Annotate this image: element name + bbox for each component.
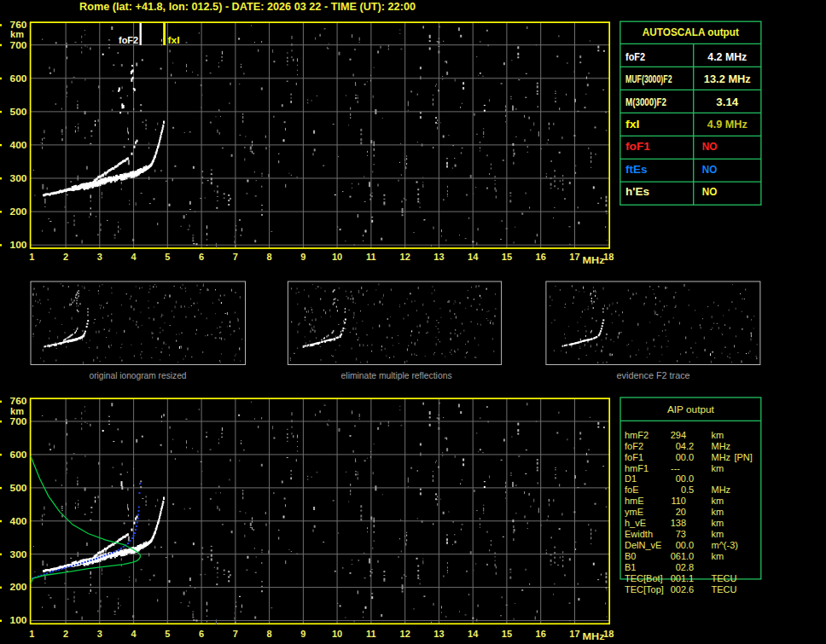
svg-text:300: 300 xyxy=(10,549,27,560)
svg-text:h_vE: h_vE xyxy=(625,518,646,528)
svg-text:17: 17 xyxy=(569,252,579,262)
svg-text:500: 500 xyxy=(10,483,27,493)
svg-text:13: 13 xyxy=(433,629,444,639)
svg-text:11: 11 xyxy=(366,252,376,262)
svg-text:4: 4 xyxy=(131,252,137,262)
svg-text:4.9 MHz: 4.9 MHz xyxy=(707,119,747,131)
svg-text:04: 04 xyxy=(676,441,686,451)
svg-text:14: 14 xyxy=(468,629,479,639)
svg-text:001: 001 xyxy=(671,573,686,583)
svg-text:3: 3 xyxy=(97,252,102,262)
svg-text:hmF2: hmF2 xyxy=(625,430,649,440)
svg-text:TECU: TECU xyxy=(712,584,737,595)
svg-text:ymE: ymE xyxy=(625,507,643,517)
svg-text:2: 2 xyxy=(63,252,68,262)
svg-text:5: 5 xyxy=(165,252,170,262)
svg-text:7: 7 xyxy=(233,629,238,639)
svg-text:7: 7 xyxy=(233,252,238,262)
svg-text:14: 14 xyxy=(468,252,479,262)
svg-text:15: 15 xyxy=(502,629,512,639)
svg-text:9: 9 xyxy=(300,629,305,639)
svg-text:400: 400 xyxy=(10,516,27,526)
svg-text:100: 100 xyxy=(10,240,27,250)
svg-text:km: km xyxy=(712,529,724,539)
svg-text:1: 1 xyxy=(29,629,34,639)
svg-text:.1: .1 xyxy=(686,573,694,583)
svg-text:13: 13 xyxy=(433,252,444,262)
svg-text:foE: foE xyxy=(625,484,639,495)
svg-text:.0: .0 xyxy=(686,473,694,484)
svg-text:16: 16 xyxy=(536,252,546,262)
svg-text:foF2: foF2 xyxy=(119,35,138,45)
svg-text:DelN_vE: DelN_vE xyxy=(625,540,661,550)
svg-text:13.2 MHz: 13.2 MHz xyxy=(704,73,751,85)
svg-text:km: km xyxy=(712,430,724,440)
svg-text:NO: NO xyxy=(702,141,718,153)
svg-text:MHz: MHz xyxy=(583,631,606,641)
svg-text:760: 760 xyxy=(10,396,27,406)
svg-text:2: 2 xyxy=(63,629,68,639)
svg-text:.2: .2 xyxy=(686,441,694,451)
svg-text:3: 3 xyxy=(97,629,102,639)
svg-text:original ionogram resized: original ionogram resized xyxy=(90,371,187,380)
svg-text:MHz: MHz xyxy=(712,441,731,451)
svg-text:.5: .5 xyxy=(686,484,694,495)
svg-text:B0: B0 xyxy=(625,551,636,561)
svg-text:600: 600 xyxy=(10,73,27,84)
svg-text:evidence F2 trace: evidence F2 trace xyxy=(617,371,690,380)
svg-text:TECU: TECU xyxy=(712,573,737,583)
svg-text:700: 700 xyxy=(10,416,27,426)
svg-text:6: 6 xyxy=(199,252,204,262)
svg-text:MUF(3000)F2: MUF(3000)F2 xyxy=(625,73,672,85)
svg-text:hmF1: hmF1 xyxy=(625,463,649,473)
svg-text:ftEs: ftEs xyxy=(625,164,648,176)
svg-text:100: 100 xyxy=(10,615,27,625)
svg-text:D1: D1 xyxy=(625,473,637,484)
svg-text:NO: NO xyxy=(702,164,718,176)
svg-text:02: 02 xyxy=(676,562,686,572)
svg-text:9: 9 xyxy=(300,252,305,262)
svg-text:5: 5 xyxy=(165,629,170,639)
svg-text:.0: .0 xyxy=(686,551,694,561)
svg-text:h'Es: h'Es xyxy=(625,186,649,198)
svg-text:16: 16 xyxy=(536,629,546,639)
svg-text:10: 10 xyxy=(332,629,342,639)
svg-text:11: 11 xyxy=(366,629,376,639)
svg-text:4.2 MHz: 4.2 MHz xyxy=(707,51,747,63)
svg-text:15: 15 xyxy=(502,252,512,262)
svg-text:18: 18 xyxy=(603,629,614,639)
svg-text:MHz: MHz xyxy=(712,452,731,462)
svg-text:M(3000)F2: M(3000)F2 xyxy=(625,96,666,108)
svg-text:foF2: foF2 xyxy=(625,441,643,451)
svg-text:TEC[Bot]: TEC[Bot] xyxy=(625,573,663,583)
svg-text:12: 12 xyxy=(400,629,410,639)
svg-text:20: 20 xyxy=(676,507,686,517)
svg-text:.8: .8 xyxy=(686,562,694,572)
svg-text:MHz: MHz xyxy=(712,484,731,495)
svg-text:00: 00 xyxy=(676,473,686,484)
svg-text:110: 110 xyxy=(671,496,686,506)
svg-text:8: 8 xyxy=(267,252,272,262)
svg-text:17: 17 xyxy=(569,629,579,639)
svg-text:061: 061 xyxy=(671,551,686,561)
svg-text:1: 1 xyxy=(29,252,34,262)
svg-text:400: 400 xyxy=(10,140,27,150)
svg-text:m^(-3): m^(-3) xyxy=(712,540,738,550)
svg-text:12: 12 xyxy=(400,252,410,262)
svg-text:700: 700 xyxy=(10,40,27,50)
svg-text:294: 294 xyxy=(671,430,686,440)
svg-text:138: 138 xyxy=(671,518,686,528)
svg-text:.6: .6 xyxy=(686,584,694,595)
svg-text:NO: NO xyxy=(702,186,718,198)
svg-text:fxI: fxI xyxy=(168,35,180,45)
svg-text:hmE: hmE xyxy=(625,496,644,506)
svg-text:3.14: 3.14 xyxy=(716,96,738,108)
svg-text:TEC[Top]: TEC[Top] xyxy=(625,584,664,595)
svg-text:AIP output: AIP output xyxy=(667,404,715,415)
svg-text:8: 8 xyxy=(267,629,272,639)
svg-text:200: 200 xyxy=(10,206,27,217)
svg-text:.0: .0 xyxy=(686,452,694,462)
svg-text:km: km xyxy=(712,507,724,517)
svg-text:km: km xyxy=(10,406,24,416)
svg-text:200: 200 xyxy=(10,582,27,592)
